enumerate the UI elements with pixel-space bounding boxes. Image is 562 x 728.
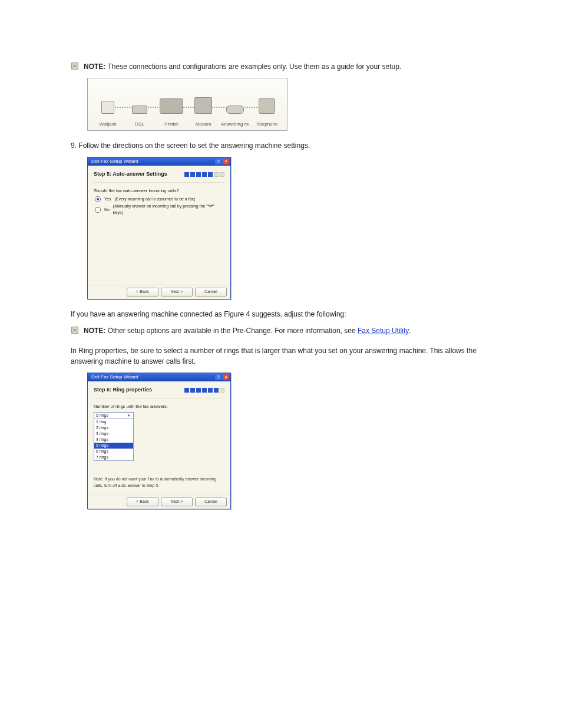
option-5-rings[interactable]: 5 rings [94,443,133,449]
back-button[interactable]: < Back [127,288,158,297]
label-modem: Modem [189,121,217,128]
window-titlebar: Dell Fax Setup Wizard ? × [88,373,230,381]
wizard-step-title: Step 6: Ring properties [94,386,152,394]
note-body-c: . For more information, see [271,327,358,335]
step-9-text: 9. Follow the directions on the screen t… [71,140,491,151]
progress-box [202,172,207,177]
note-prefix: NOTE: [84,327,105,335]
dsl-icon [132,106,147,114]
option-1-ring[interactable]: 1 ring [94,419,133,425]
option-7-rings[interactable]: 7 rings [94,454,133,460]
ring-count-question: Number of rings until the fax answers: [94,403,224,410]
progress-box [184,172,189,177]
progress-indicator [184,388,224,393]
device-walljack [94,101,122,114]
note-body: These connections and configurations are… [105,62,401,71]
note-body-a: Other setup options are available in the [105,327,232,335]
progress-box [190,172,195,177]
cancel-button[interactable]: Cancel [195,288,227,297]
fax-setup-utility-link[interactable]: Fax Setup Utility [358,327,408,335]
wizard-step-title: Step 5: Auto-answer Settings [94,170,167,179]
wizard-header: Step 5: Auto-answer Settings [94,170,224,183]
note-icon [71,62,79,70]
wizard-header: Step 6: Ring properties [94,386,224,398]
radio-no-label: No [104,207,110,213]
radio-no-hint: (Manually answer an incoming call by pre… [113,203,224,216]
radio-yes-label: Yes [104,196,111,203]
note-text: NOTE: These connections and configuratio… [84,61,401,72]
radio-no-row[interactable]: No (Manually answer an incoming call by … [95,203,224,216]
note-body-d: . [408,327,410,335]
device-dsl [125,106,154,114]
device-telephone [253,98,281,114]
telephone-icon [259,98,275,114]
window-title: Dell Fax Setup Wizard [91,158,138,165]
radio-yes-row[interactable]: Yes (Every incoming call is assumed to b… [95,196,224,203]
device-printer [157,98,186,114]
next-button[interactable]: Next > [161,288,193,297]
device-modem [189,97,217,114]
option-2-rings[interactable]: 2 rings [94,425,133,431]
note-prechange: NOTE: Other setup options are available … [71,325,491,336]
label-telephone: Telephone [253,121,281,128]
wizard-step5: Dell Fax Setup Wizard ? × Step 5: Auto-a… [87,157,231,299]
note-diagram: NOTE: These connections and configuratio… [71,61,491,72]
step5-instruction: If you have an answering machine connect… [71,309,491,319]
back-button[interactable]: < Back [127,498,158,506]
note-icon [71,326,79,334]
printer-icon [160,98,183,114]
help-button[interactable]: ? [215,374,222,380]
radio-yes-hint: (Every incoming call is assumed to be a … [114,196,195,203]
label-walljack: Walljack [94,121,122,128]
cancel-button[interactable]: Cancel [195,498,227,506]
close-button[interactable]: × [223,159,229,164]
progress-box-empty [214,172,219,177]
auto-answer-question: Should the fax auto-answer incoming call… [94,187,224,194]
window-titlebar: Dell Fax Setup Wizard ? × [88,157,230,166]
wizard-footer: < Back Next > Cancel [88,495,230,509]
step6-note: Note: If you do not want your Fax to aut… [94,476,224,489]
window-controls: ? × [215,374,229,380]
window-title: Dell Fax Setup Wizard [91,374,138,381]
modem-icon [194,97,212,114]
diagram-devices [94,84,281,114]
help-button[interactable]: ? [215,159,222,164]
progress-indicator [184,172,224,177]
progress-box-empty [220,388,224,393]
label-printer: Printer [157,121,186,128]
note-body-b: Pre-Change [233,327,271,335]
progress-box [214,388,219,393]
progress-box [184,388,189,393]
option-3-rings[interactable]: 3 rings [94,431,133,437]
option-6-rings[interactable]: 6 rings [94,449,133,454]
progress-box [196,172,201,177]
progress-box [196,388,201,393]
progress-box-empty [220,172,224,177]
label-answering-machine: Answering mac... [221,121,249,128]
wizard-body: Step 5: Auto-answer Settings Should the … [88,166,230,285]
diagram-labels: Walljack DSL Printer Modem Answering mac… [94,121,281,128]
radio-yes[interactable] [95,196,101,202]
wizard-step6: Dell Fax Setup Wizard ? × Step 6: Ring p… [87,373,231,509]
between-steps-text: In Ring properties, be sure to select a … [71,345,491,367]
progress-box [202,388,207,393]
note-prefix: NOTE: [84,62,105,71]
chevron-down-icon: ▾ [126,413,132,419]
progress-box [208,172,213,177]
label-dsl: DSL [125,121,154,128]
progress-box [208,388,213,393]
progress-box [190,388,195,393]
ring-count-combo[interactable]: 5 rings ▾ [94,412,134,419]
next-button[interactable]: Next > [161,498,193,506]
ring-count-options[interactable]: 1 ring 2 rings 3 rings 4 rings 5 rings 6… [94,419,134,461]
combo-value: 5 rings [96,413,108,419]
note-text: NOTE: Other setup options are available … [84,325,411,336]
option-4-rings[interactable]: 4 rings [94,437,133,443]
close-button[interactable]: × [223,374,229,380]
connection-diagram: Walljack DSL Printer Modem Answering mac… [87,78,287,131]
radio-no[interactable] [95,207,101,213]
window-controls: ? × [215,159,229,164]
wizard-body: Step 6: Ring properties Number of rings … [88,381,230,495]
answering-machine-icon [226,106,244,114]
device-answering-machine [221,106,249,114]
